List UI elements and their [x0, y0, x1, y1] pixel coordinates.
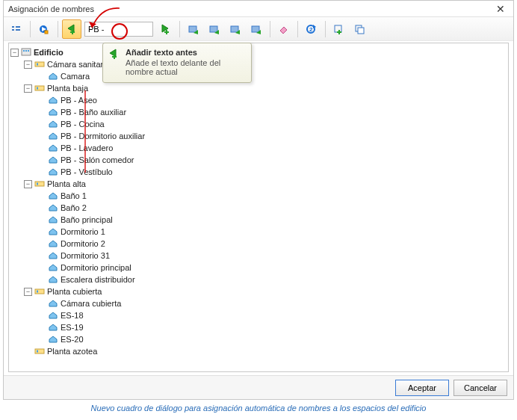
- tree-leaf-item[interactable]: PB - Cocina: [37, 118, 507, 130]
- expand-toggle[interactable]: −: [24, 61, 32, 69]
- tree-item-label: Planta azotea: [47, 347, 97, 356]
- space-icon: [48, 203, 58, 213]
- cancel-button[interactable]: Cancelar: [453, 380, 507, 396]
- tree-leaf-item[interactable]: ES-19: [37, 321, 507, 333]
- tooltip-title: Añadir texto antes: [126, 48, 245, 57]
- tree-item-label: PB - Vestíbulo: [61, 167, 113, 176]
- tree-spacer: [37, 192, 46, 200]
- tree-item-label: Dormitorio 1: [61, 227, 105, 236]
- naming-dialog: Asignación de nombres ✕ Añadir texto ant…: [3, 0, 514, 400]
- ok-button[interactable]: Aceptar: [395, 380, 449, 396]
- separator: [297, 21, 298, 37]
- preview-button[interactable]: [34, 19, 54, 39]
- tree-leaf-item[interactable]: Cámara cubierta: [37, 297, 507, 309]
- tree-leaf-item[interactable]: PB - Salón comedor: [37, 154, 507, 166]
- space-icon: [48, 334, 58, 345]
- expand-toggle[interactable]: −: [24, 84, 32, 93]
- tree-spacer: [37, 264, 46, 272]
- tree-spacer: [37, 300, 46, 308]
- space-icon: [48, 95, 58, 105]
- tool-button-3[interactable]: [226, 19, 245, 39]
- tool-button-1[interactable]: [184, 19, 203, 39]
- tree-spacer: [37, 216, 46, 224]
- expand-toggle[interactable]: −: [24, 288, 32, 296]
- arrow-left-icon: [108, 48, 121, 61]
- tree-leaf-item[interactable]: Dormitorio principal: [37, 262, 507, 274]
- tree-item-label: ES-18: [61, 311, 84, 320]
- prefix-input[interactable]: [84, 22, 153, 37]
- tree-leaf-item[interactable]: Dormitorio 31: [37, 250, 507, 262]
- separator: [179, 21, 180, 37]
- tool-button-4[interactable]: [247, 19, 266, 39]
- tree-leaf-item[interactable]: PB - Aseo: [37, 94, 507, 106]
- tool-button-2[interactable]: [205, 19, 224, 39]
- tree-leaf-item[interactable]: PB - Lavadero: [37, 142, 507, 154]
- copy-button[interactable]: [350, 19, 370, 39]
- tree-branch-item[interactable]: −Planta cubierta: [24, 285, 507, 297]
- tree-item-label: Dormitorio principal: [61, 263, 131, 272]
- space-icon: [48, 107, 58, 117]
- tree-spacer: [37, 132, 46, 140]
- tree-leaf-item[interactable]: PB - Dormitorio auxiliar: [37, 130, 507, 142]
- tree-leaf-item[interactable]: PB - Vestíbulo: [37, 166, 507, 178]
- expand-toggle[interactable]: −: [10, 49, 19, 57]
- tree-root-item[interactable]: −Edificio: [10, 46, 507, 58]
- tree-item-label: Dormitorio 2: [61, 239, 105, 248]
- list-button[interactable]: [7, 19, 26, 39]
- building-icon: [21, 47, 31, 58]
- tree-spacer: [37, 336, 46, 344]
- tree-item-label: Escalera distribuidor: [61, 275, 135, 284]
- tree-spacer: [37, 240, 46, 248]
- space-icon: [48, 250, 58, 261]
- tree-item-label: Baño principal: [61, 215, 113, 224]
- tree-item-label: Baño 2: [61, 203, 87, 212]
- add-text-before-button[interactable]: [62, 19, 81, 39]
- tree-item-label: Dormitorio 31: [61, 251, 110, 260]
- add-text-after-button[interactable]: [156, 19, 176, 39]
- space-icon: [34, 346, 45, 356]
- floor-icon: [34, 286, 45, 297]
- tree-spacer: [37, 108, 46, 117]
- tree-item-label: Baño 1: [61, 191, 87, 200]
- tree-item-label: PB - Baño auxiliar: [61, 108, 126, 117]
- titlebar: Asignación de nombres ✕: [4, 1, 513, 17]
- tree-leaf-item[interactable]: Dormitorio 1: [37, 226, 507, 238]
- tree-spacer: [24, 348, 32, 356]
- tree-branch-item[interactable]: −Cámara sanitaria: [24, 58, 507, 70]
- space-icon: [48, 274, 58, 285]
- tree-item-label: ES-20: [61, 335, 84, 344]
- floor-icon: [34, 83, 45, 93]
- tree-leaf-item[interactable]: ES-20: [37, 333, 507, 345]
- dialog-footer: Aceptar Cancelar: [4, 375, 513, 399]
- tree-leaf-item[interactable]: ES-18: [37, 309, 507, 321]
- renumber-button[interactable]: [302, 19, 321, 39]
- tree-leaf-item[interactable]: Dormitorio 2: [37, 238, 507, 250]
- tree-spacer: [37, 120, 46, 129]
- tree-branch-item[interactable]: Planta azotea: [24, 345, 507, 357]
- tree-leaf-item[interactable]: Baño principal: [37, 214, 507, 226]
- tree-spacer: [37, 96, 46, 105]
- tooltip: Añadir texto antes Añade el texto delant…: [102, 43, 252, 83]
- tree-item-label: Planta cubierta: [47, 287, 102, 296]
- tree-leaf-item[interactable]: PB - Baño auxiliar: [37, 106, 507, 118]
- space-icon: [48, 119, 58, 129]
- tree-leaf-item[interactable]: Baño 2: [37, 202, 507, 214]
- tree-branch-item[interactable]: −Planta baja: [24, 82, 507, 94]
- tree-spacer: [37, 324, 46, 332]
- tooltip-desc: Añade el texto delante del nombre actual: [126, 58, 245, 76]
- tree-panel[interactable]: −Edificio−Cámara sanitariaCamara−Planta …: [8, 43, 509, 372]
- space-icon: [48, 167, 58, 177]
- tree-leaf-item[interactable]: Escalera distribuidor: [37, 274, 507, 285]
- close-button[interactable]: ✕: [492, 2, 509, 16]
- tree-spacer: [37, 168, 46, 176]
- tree-spacer: [37, 204, 46, 212]
- tree-item-label: Cámara cubierta: [61, 299, 121, 308]
- tree-branch-item[interactable]: −Planta alta: [24, 178, 507, 190]
- erase-button[interactable]: [274, 19, 294, 39]
- tree-spacer: [37, 252, 46, 260]
- add-box-button[interactable]: [329, 19, 349, 39]
- tree-item-label: PB - Lavadero: [61, 143, 113, 152]
- tree-leaf-item[interactable]: Baño 1: [37, 190, 507, 202]
- expand-toggle[interactable]: −: [24, 180, 32, 188]
- floor-icon: [34, 59, 45, 70]
